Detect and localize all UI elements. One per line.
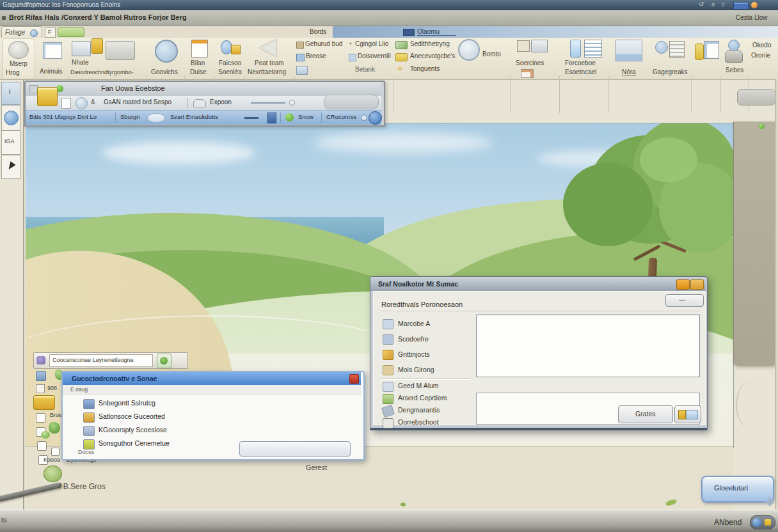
gehurud-label[interactable]: Gehurud bud (305, 40, 342, 47)
ribbon-group-nhate[interactable]: Nhate Dieiodreochndtyrgombo- (70, 38, 145, 78)
ribbon-big-button-mserp[interactable]: Mserp Hrog (2, 38, 35, 79)
titlebar-orange-orb-icon[interactable] (751, 2, 758, 8)
popup-item-label: KGooorspty Scoeslose (99, 426, 167, 434)
dialog-minimize-button[interactable] (676, 279, 690, 290)
toolbar-path-text[interactable]: GsAN roated brd Sespo (104, 98, 171, 106)
tray-toggle[interactable] (750, 515, 775, 529)
ribbon-button-bomto[interactable]: Bomto (458, 39, 507, 77)
dialog-titlebar[interactable]: Sraf Noalkotor Mt Sumac (370, 277, 706, 291)
collapsed-toolbar-pill[interactable] (324, 95, 379, 109)
attach-icon-button[interactable] (674, 405, 701, 423)
dialog-textarea[interactable] (476, 315, 700, 377)
slider-knob-icon[interactable] (289, 100, 295, 106)
green-plant-button[interactable] (157, 354, 171, 368)
dialog-list-item[interactable]: Marcobe A (383, 318, 472, 330)
preview-icon (704, 41, 719, 59)
crocon-label[interactable]: CRoconrss (326, 113, 356, 120)
sync-circle-icon[interactable] (75, 97, 88, 109)
tab-bords-label[interactable]: Bords (310, 28, 326, 35)
anecevot-label[interactable]: Anecevotgcbe's (410, 52, 455, 59)
popup-titlebar[interactable]: Gucoctodrcnoattv e Sonae (63, 372, 361, 385)
cgingol-label[interactable]: Cgingol Llio (355, 40, 388, 47)
dialog-list-item[interactable]: Gnttinjocts (383, 349, 472, 361)
cursor-button[interactable] (1, 155, 20, 179)
dialog-list-item[interactable]: Mois Girong (383, 364, 472, 376)
search-bar-field[interactable]: Coocansconae Laynenetleogna (49, 354, 153, 367)
dialog-list-item[interactable]: Oorrebschoot (383, 418, 479, 428)
sphere-button[interactable] (369, 111, 382, 125)
blue-chip-icon[interactable] (36, 371, 46, 381)
szart-label[interactable]: Szart Emaukdotts (170, 113, 218, 120)
sedlth-label[interactable]: Sedlthhetryng (410, 40, 450, 47)
sburgn-label[interactable]: Sburgn (120, 113, 140, 120)
folder-icon[interactable] (33, 395, 55, 410)
okedo-label: Okedo (752, 42, 771, 49)
titlebar-a-icon[interactable]: a (711, 1, 715, 8)
close-icon[interactable] (349, 374, 359, 384)
dialog-dash-button[interactable]: — (665, 294, 704, 307)
checkbox[interactable] (36, 413, 45, 423)
tonguents-label[interactable]: Tonguents (410, 65, 440, 72)
ribbon-button-goovichs[interactable]: Goovichs (148, 38, 183, 78)
blue-square-icon[interactable] (267, 113, 276, 123)
ribbon-button-nora[interactable]: Nóra (610, 38, 650, 78)
checkbox[interactable] (37, 441, 47, 451)
popup-item[interactable]: Satlonsoce Guceorted (68, 411, 260, 424)
subwindow-titlebar[interactable]: Fan Uowa Eoebstoe (26, 82, 381, 96)
tab-f-badge[interactable]: F (45, 27, 56, 38)
dash-slider[interactable] (244, 117, 258, 119)
dialog-list-item[interactable]: Geed M Alum (383, 381, 479, 392)
glossy-callout-button[interactable]: Gloeelutari (701, 476, 774, 503)
betank-label[interactable]: Betank (355, 66, 375, 73)
ribbon-button-faicsoo[interactable]: Faicsoo Soenléa (216, 38, 244, 78)
dialog-maximize-button[interactable] (690, 279, 704, 290)
ribbon-button-forcoeboe[interactable]: Forcoeboe Esoetncael (561, 38, 607, 78)
ribbon-group-soercines[interactable]: Soercines (512, 38, 558, 78)
folder-big-icon[interactable] (37, 87, 58, 106)
sebes-label: Sebes (726, 66, 743, 74)
popup-item[interactable]: KGooorspty Scoeslose (68, 425, 260, 437)
checkbox-small[interactable] (51, 448, 60, 456)
radio-circle-icon[interactable] (361, 114, 367, 121)
ribbon-button-sebes[interactable]: Sebes (722, 38, 747, 78)
ribbon-button-peat-team[interactable]: Peat team Nexrttaelorng (246, 38, 293, 78)
dialog-list-item[interactable]: Scodoefre (383, 334, 472, 345)
menubar-right-label[interactable]: Cesta Llow (736, 14, 767, 21)
ribbon-button-media[interactable] (694, 40, 719, 77)
dialog-list-item[interactable]: Arserd Ceprtiem (383, 393, 479, 404)
olaomu-label[interactable]: Olaomu (417, 28, 456, 36)
popup-item[interactable]: Snbegontt Sslrutcg (68, 398, 260, 411)
leaf-folder-icon[interactable] (44, 465, 62, 482)
iga-button[interactable]: IGA (1, 130, 20, 155)
ribbon-button-gagegreaks[interactable]: Gagegreaks (651, 38, 690, 78)
info-button[interactable]: i (1, 82, 20, 105)
ribbon-okedo[interactable]: Okedo Oronie (751, 40, 778, 66)
ribbon-button-animuis[interactable]: Animuis (37, 41, 68, 77)
dialog-item-label: Scodoefre (398, 335, 429, 343)
tab-fotage[interactable]: Fotage (1, 26, 42, 38)
page-icon[interactable] (61, 98, 71, 109)
snow-label[interactable]: Snow (298, 113, 314, 120)
popup-item[interactable]: Sonsguthor Cenemetue (68, 438, 260, 451)
doisovernlil-label[interactable]: Doisovernlil (358, 52, 391, 59)
globe-button[interactable] (1, 105, 20, 130)
titlebar-window-icon[interactable] (733, 2, 749, 10)
export-slider[interactable] (251, 102, 285, 104)
green-pill-button[interactable] (58, 27, 84, 37)
titlebar-c-icon[interactable]: c (722, 1, 725, 8)
search-bar[interactable]: Coocansconae Laynenetleogna (33, 352, 188, 369)
collapsed-panel-pill[interactable] (737, 89, 775, 106)
bag-icon (91, 38, 103, 54)
doc-chip-icon[interactable] (36, 384, 45, 393)
breose-label[interactable]: Breose (306, 52, 326, 59)
undo-icon[interactable]: ↺ (699, 1, 704, 8)
export-label[interactable]: Expoon (210, 98, 232, 106)
puzzle-icon (383, 394, 393, 404)
popup-blank-button[interactable] (239, 441, 351, 457)
dialog-list-item[interactable]: Dengmarantis (383, 405, 479, 416)
create-button-label: Grates (635, 410, 656, 418)
ribbon-button-bilan-duise[interactable]: Bilan Duise (186, 38, 214, 78)
menubar-text[interactable]: Brot Rifas Hals /Conxerd Y Bamol Rutros … (9, 13, 187, 21)
drawers-icon (615, 40, 642, 61)
create-button[interactable]: Grates (618, 405, 673, 423)
